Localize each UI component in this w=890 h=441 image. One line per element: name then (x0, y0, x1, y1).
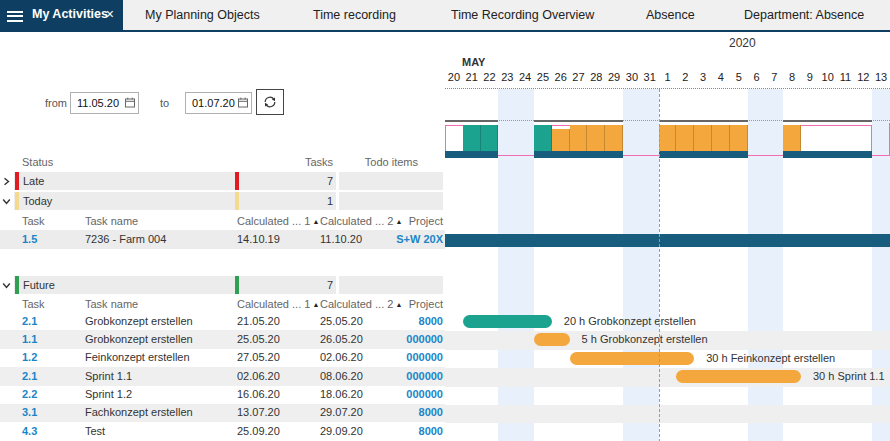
task-id-link[interactable]: 2.1 (22, 370, 37, 382)
tab-my-planning-objects[interactable]: My Planning Objects (145, 8, 260, 22)
task-id-link[interactable]: 1.1 (22, 333, 37, 345)
weekend-stripe (516, 89, 534, 441)
tab-department-absence[interactable]: Department: Absence (744, 8, 864, 22)
to-date-field[interactable] (185, 92, 252, 114)
task-panel: from to Status Tasks Todo items (0, 32, 445, 441)
section-gap (0, 249, 445, 276)
capacity-bar[interactable] (730, 125, 748, 151)
workday-strip (534, 151, 623, 158)
capacity-bar[interactable] (587, 125, 605, 151)
from-date-input[interactable] (71, 93, 126, 113)
day-header: 3 (694, 71, 712, 83)
todo-items-cell (339, 192, 443, 210)
task-row-1.2[interactable]: 1.2Feinkonzept erstellen27.05.2002.06.20… (0, 349, 445, 367)
group-task-count: 1 (327, 195, 333, 207)
column-header-project[interactable]: Project (378, 298, 443, 310)
capacity-bar[interactable] (463, 125, 481, 151)
day-header: 5 (730, 71, 748, 83)
column-header-task[interactable]: Task (22, 215, 45, 227)
column-header-task-name[interactable]: Task name (85, 298, 138, 310)
capacity-bar[interactable] (570, 125, 588, 151)
group-row-late[interactable]: Late7 (0, 172, 445, 192)
from-date-field[interactable] (70, 92, 139, 114)
calculated-date-1: 16.06.20 (237, 388, 280, 400)
task-id-link[interactable]: 1.5 (22, 233, 37, 245)
task-row-3.1[interactable]: 3.1Fachkonzept erstellen13.07.2029.07.20… (0, 404, 445, 422)
project-link[interactable]: 000000 (378, 351, 443, 363)
column-header-todo-items[interactable]: Todo items (365, 156, 418, 168)
project-link[interactable]: 000000 (378, 370, 443, 382)
calculated-date-2: 29.09.20 (320, 425, 363, 437)
capacity-bar[interactable] (534, 125, 552, 151)
calculated-date-1: 14.10.19 (237, 233, 280, 245)
capacity-bar[interactable] (676, 125, 694, 151)
next-capacity-edge (889, 123, 890, 155)
column-header-task[interactable]: Task (22, 298, 45, 310)
task-name: 7236 - Farm 004 (85, 233, 166, 245)
group-row-today[interactable]: Today1 (0, 192, 445, 212)
capacity-bar[interactable] (783, 125, 801, 151)
project-link[interactable]: 8000 (378, 315, 443, 327)
column-header-calculated-1[interactable]: Calculated ... 1▲ (237, 215, 319, 227)
capacity-bar[interactable] (552, 129, 570, 151)
task-name: Sprint 1.1 (85, 370, 132, 382)
calendar-icon[interactable] (125, 97, 135, 108)
project-link[interactable]: 8000 (378, 406, 443, 418)
weekend-stripe (748, 89, 766, 441)
chevron-down-icon[interactable] (2, 197, 11, 206)
project-link[interactable]: S+W 20X (378, 233, 443, 245)
menu-icon[interactable] (7, 8, 23, 24)
task-id-link[interactable]: 3.1 (22, 406, 37, 418)
gantt-bar[interactable] (676, 370, 801, 383)
chevron-down-icon[interactable] (2, 281, 11, 290)
day-header: 13 (872, 71, 890, 83)
column-header-calculated-1[interactable]: Calculated ... 1▲ (237, 298, 319, 310)
gantt-bar[interactable] (463, 315, 552, 328)
task-row-1.5[interactable]: 1.57236 - Farm 00414.10.1911.10.20S+W 20… (0, 230, 445, 249)
capacity-bar[interactable] (481, 125, 499, 151)
task-id-link[interactable]: 4.3 (22, 425, 37, 437)
day-header: 1 (659, 71, 677, 83)
gantt-bar[interactable] (534, 333, 570, 346)
task-id-link[interactable]: 2.1 (22, 315, 37, 327)
task-id-link[interactable]: 1.2 (22, 351, 37, 363)
gantt-bar[interactable] (570, 352, 695, 365)
top-tab-bar: My Activities × My Planning ObjectsTime … (0, 0, 890, 32)
column-header-project[interactable]: Project (378, 215, 443, 227)
status-color-bar (235, 276, 239, 294)
capacity-bar[interactable] (605, 125, 623, 151)
refresh-button[interactable] (256, 89, 284, 115)
task-row-4.3[interactable]: 4.3Test25.09.2029.09.208000 (0, 422, 445, 440)
task-row-2.1[interactable]: 2.1Grobkonzept erstellen21.05.2025.05.20… (0, 312, 445, 330)
task-row-1.1[interactable]: 1.1Grobkonzept erstellen25.05.2026.05.20… (0, 330, 445, 348)
gantt-bar-label: 30 h Feinkonzept erstellen (706, 352, 835, 364)
project-link[interactable]: 000000 (378, 333, 443, 345)
task-id-link[interactable]: 2.2 (22, 388, 37, 400)
sub-header-row: TaskTask nameCalculated ... 1▲Calculated… (0, 295, 445, 312)
column-header-tasks[interactable]: Tasks (305, 156, 333, 168)
tab-time-recording[interactable]: Time recording (313, 8, 396, 22)
group-row-future[interactable]: Future7 (0, 276, 445, 295)
close-icon[interactable]: × (106, 6, 114, 22)
capacity-bar[interactable] (694, 125, 712, 151)
task-row-2.2[interactable]: 2.2Sprint 1.216.06.2018.06.20000000 (0, 386, 445, 404)
task-row-2.1[interactable]: 2.1Sprint 1.102.06.2008.06.20000000 (0, 367, 445, 385)
column-header-task-name[interactable]: Task name (85, 215, 138, 227)
column-header-status[interactable]: Status (22, 156, 53, 168)
capacity-bar[interactable] (659, 125, 677, 151)
tab-time-recording-overview[interactable]: Time Recording Overview (451, 8, 594, 22)
gantt-timeline-header: 2020 MAY 2021222324252627282930311234567… (445, 32, 890, 88)
sort-ascending-icon: ▲ (312, 218, 319, 225)
calculated-date-1: 25.05.20 (237, 333, 280, 345)
to-date-input[interactable] (186, 93, 239, 113)
project-link[interactable]: 000000 (378, 388, 443, 400)
chevron-right-icon[interactable] (2, 177, 11, 186)
day-header: 7 (765, 71, 783, 83)
tab-my-activities[interactable]: My Activities × (0, 0, 123, 30)
tab-absence[interactable]: Absence (646, 8, 695, 22)
project-link[interactable]: 8000 (378, 425, 443, 437)
capacity-group (445, 120, 498, 158)
capacity-bar[interactable] (712, 125, 730, 151)
gantt-bar-full-range[interactable] (445, 234, 890, 247)
calendar-icon[interactable] (238, 97, 248, 108)
